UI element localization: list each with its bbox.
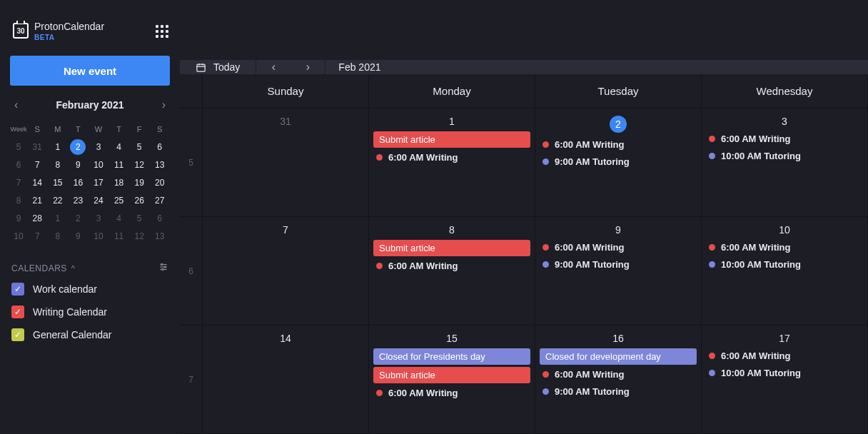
mini-cal-day[interactable]: 8 — [48, 227, 69, 245]
mini-cal-day[interactable]: 22 — [48, 191, 69, 209]
next-period-button[interactable]: › — [291, 60, 325, 74]
mini-cal-day[interactable]: 20 — [149, 173, 170, 191]
mini-cal-day[interactable]: 25 — [108, 191, 129, 209]
mini-cal-day[interactable]: 10 — [89, 227, 109, 245]
day-number[interactable]: 15 — [369, 326, 535, 348]
mini-cal-day[interactable]: 4 — [108, 209, 129, 227]
event-block[interactable]: Submit article — [373, 367, 530, 383]
mini-cal-prev-icon[interactable]: ‹ — [11, 96, 21, 114]
mini-cal-day[interactable]: 14 — [27, 173, 48, 191]
mini-cal-day[interactable]: 13 — [149, 227, 170, 245]
mini-cal-day[interactable]: 2 — [68, 209, 89, 227]
mini-cal-day[interactable]: 7 — [27, 156, 48, 173]
day-number[interactable]: 10 — [702, 217, 867, 240]
mini-cal-day[interactable]: 26 — [129, 191, 150, 209]
today-badge[interactable]: 2 — [610, 116, 627, 133]
mini-cal-day[interactable]: 1 — [48, 209, 69, 227]
mini-cal-day[interactable]: 28 — [27, 209, 48, 227]
event-item[interactable]: 10:00 AM Tutoring — [706, 257, 863, 272]
event-item[interactable]: 10:00 AM Tutoring — [706, 365, 863, 380]
mini-cal-day[interactable]: 27 — [149, 191, 170, 209]
prev-period-button[interactable]: ‹ — [256, 60, 291, 74]
day-number[interactable]: 9 — [535, 217, 701, 240]
event-item[interactable]: 6:00 AM Writing — [706, 240, 863, 255]
mini-cal-day[interactable]: 9 — [68, 227, 89, 245]
mini-cal-day[interactable]: 17 — [89, 173, 109, 191]
mini-cal-day[interactable]: 1 — [48, 138, 69, 156]
day-number[interactable]: 2 — [535, 108, 701, 137]
event-item[interactable]: 6:00 AM Writing — [540, 137, 697, 152]
mini-cal-day[interactable]: 21 — [27, 191, 48, 209]
mini-cal-day[interactable]: 11 — [108, 227, 129, 245]
event-block[interactable]: Closed for Presidents day — [373, 348, 530, 365]
mini-cal-day[interactable]: 9 — [68, 156, 89, 173]
mini-cal-day[interactable]: 19 — [129, 173, 150, 191]
calendars-heading[interactable]: CALENDARS ^ — [11, 258, 168, 283]
day-number[interactable]: 7 — [203, 217, 368, 240]
mini-cal-day[interactable]: 8 — [48, 156, 69, 173]
event-item[interactable]: 6:00 AM Writing — [540, 240, 697, 255]
calendar-checkbox[interactable]: ✓ — [11, 283, 24, 296]
mini-cal-day[interactable]: 11 — [108, 156, 129, 173]
mini-cal-day[interactable]: 6 — [149, 209, 170, 227]
mini-cal-day[interactable]: 7 — [27, 227, 48, 245]
event-item[interactable]: 9:00 AM Tutoring — [540, 257, 697, 272]
mini-cal-day[interactable]: 4 — [108, 138, 129, 156]
day-number[interactable]: 14 — [203, 326, 368, 348]
day-cell[interactable]: 16Closed for development day6:00 AM Writ… — [535, 326, 702, 433]
day-cell[interactable]: 176:00 AM Writing10:00 AM Tutoring — [702, 326, 868, 433]
day-number[interactable]: 16 — [535, 326, 701, 348]
new-event-button[interactable]: New event — [10, 56, 170, 86]
day-cell[interactable]: 106:00 AM Writing10:00 AM Tutoring — [702, 217, 868, 325]
day-cell[interactable]: 7 — [203, 217, 369, 325]
calendar-settings-icon[interactable] — [158, 262, 168, 274]
mini-cal-day[interactable]: 16 — [68, 173, 89, 191]
mini-cal-day[interactable]: 24 — [89, 191, 109, 209]
mini-cal-day[interactable]: 10 — [89, 156, 109, 173]
mini-cal-day[interactable]: 12 — [129, 156, 150, 173]
calendar-checkbox[interactable]: ✓ — [11, 306, 24, 318]
calendar-item[interactable]: ✓Work calendar — [11, 283, 168, 296]
day-number[interactable]: 3 — [702, 108, 867, 131]
day-cell[interactable]: 31 — [203, 108, 369, 216]
day-cell[interactable]: 14 — [203, 326, 369, 433]
brand[interactable]: 30 ProtonCalendar BETA — [13, 21, 104, 41]
day-cell[interactable]: 36:00 AM Writing10:00 AM Tutoring — [702, 108, 868, 216]
day-number[interactable]: 1 — [369, 108, 535, 131]
day-cell[interactable]: 15Closed for Presidents daySubmit articl… — [369, 326, 535, 433]
event-item[interactable]: 6:00 AM Writing — [373, 385, 530, 400]
event-block[interactable]: Submit article — [373, 131, 530, 148]
mini-cal-day[interactable]: 5 — [129, 209, 150, 227]
day-cell[interactable]: 96:00 AM Writing9:00 AM Tutoring — [535, 217, 702, 325]
day-number[interactable]: 31 — [203, 108, 368, 131]
period-label[interactable]: Feb 2021 — [326, 61, 393, 73]
mini-cal-day[interactable]: 3 — [89, 138, 109, 156]
today-button[interactable]: Today — [180, 60, 256, 74]
event-item[interactable]: 6:00 AM Writing — [373, 258, 530, 273]
mini-cal-day[interactable]: 18 — [108, 173, 129, 191]
mini-cal-day[interactable]: 6 — [149, 138, 170, 156]
event-item[interactable]: 9:00 AM Tutoring — [540, 154, 697, 169]
day-cell[interactable]: 1Submit article6:00 AM Writing — [369, 108, 535, 216]
mini-cal-day[interactable]: 3 — [89, 209, 109, 227]
day-cell[interactable]: 26:00 AM Writing9:00 AM Tutoring — [535, 108, 702, 216]
event-block[interactable]: Closed for development day — [540, 348, 697, 365]
mini-cal-day[interactable]: 15 — [48, 173, 69, 191]
mini-cal-next-icon[interactable]: › — [159, 96, 168, 114]
event-item[interactable]: 10:00 AM Tutoring — [706, 148, 863, 163]
event-item[interactable]: 6:00 AM Writing — [706, 131, 863, 146]
event-block[interactable]: Submit article — [373, 240, 530, 256]
event-item[interactable]: 9:00 AM Tutoring — [540, 384, 697, 399]
app-switcher-icon[interactable] — [156, 25, 168, 38]
day-number[interactable]: 8 — [369, 217, 535, 240]
day-cell[interactable]: 8Submit article6:00 AM Writing — [369, 217, 535, 325]
mini-cal-day[interactable]: 23 — [68, 191, 89, 209]
day-number[interactable]: 17 — [702, 326, 867, 348]
mini-cal-day[interactable]: 13 — [149, 156, 170, 173]
event-item[interactable]: 6:00 AM Writing — [706, 348, 863, 363]
mini-cal-day[interactable]: 2 — [70, 139, 86, 155]
calendar-item[interactable]: ✓General Calendar — [11, 328, 168, 341]
event-item[interactable]: 6:00 AM Writing — [540, 367, 697, 382]
mini-cal-title[interactable]: February 2021 — [56, 99, 124, 111]
calendar-item[interactable]: ✓Writing Calendar — [11, 306, 168, 318]
